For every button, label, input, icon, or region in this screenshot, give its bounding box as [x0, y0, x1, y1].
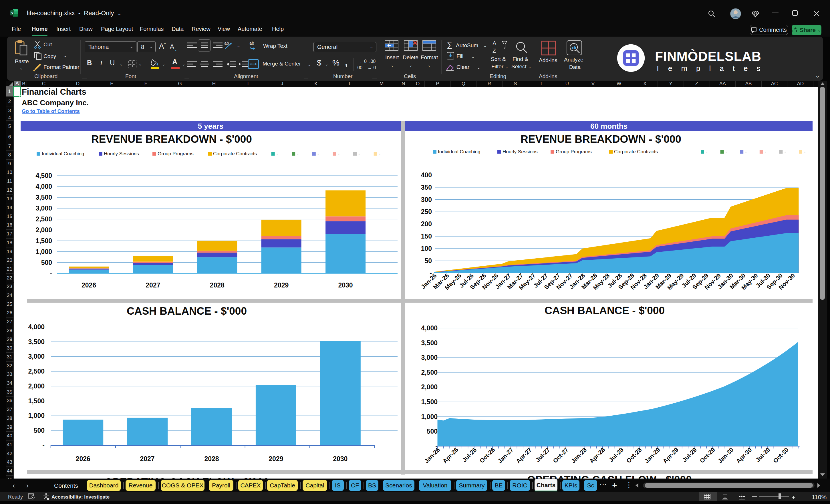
svg-text:x: x [11, 11, 13, 15]
svg-text:150: 150 [421, 232, 432, 240]
svg-text:Corporate Contracts: Corporate Contracts [213, 151, 257, 156]
svg-text:Oct-27: Oct-27 [552, 446, 569, 464]
svg-text:-: - [277, 151, 278, 156]
svg-text:Apr-26: Apr-26 [441, 446, 459, 464]
svg-text:Jul-29: Jul-29 [681, 446, 698, 463]
svg-text:2030: 2030 [338, 281, 353, 289]
svg-text:.00: .00 [356, 65, 362, 70]
svg-text:A: A [492, 40, 497, 46]
svg-text:Apr-28: Apr-28 [588, 446, 606, 465]
svg-text:100: 100 [421, 245, 432, 252]
svg-text:Hourly Sessions: Hourly Sessions [104, 151, 139, 156]
svg-text:Hourly Sessions: Hourly Sessions [503, 149, 538, 154]
svg-text:200: 200 [421, 220, 432, 228]
svg-text:4,000: 4,000 [35, 183, 52, 190]
svg-text:2026: 2026 [76, 455, 90, 463]
svg-text:3,000: 3,000 [421, 354, 438, 361]
svg-text:-: - [706, 149, 708, 154]
svg-text:3,000: 3,000 [35, 204, 52, 212]
svg-text:Jan-26: Jan-26 [423, 446, 441, 464]
svg-text:Individual Coaching: Individual Coaching [42, 151, 84, 156]
svg-text:2,000: 2,000 [421, 383, 438, 391]
svg-text:3,500: 3,500 [421, 339, 438, 347]
svg-text:-: - [379, 151, 381, 156]
svg-text:-: - [804, 149, 806, 154]
svg-text:REVENUE BREAKDOWN - $'000: REVENUE BREAKDOWN - $'000 [91, 133, 252, 145]
svg-text:400: 400 [421, 171, 432, 179]
svg-text:Jan-28: Jan-28 [570, 446, 588, 465]
svg-text:50: 50 [424, 257, 432, 264]
svg-text:1,500: 1,500 [35, 237, 52, 245]
svg-text:2,500: 2,500 [35, 215, 52, 223]
svg-text:Oct-30: Oct-30 [772, 446, 790, 464]
svg-text:→.0: →.0 [368, 65, 376, 70]
svg-text:-: - [745, 149, 747, 154]
svg-text:Group Programs: Group Programs [556, 149, 592, 154]
svg-text:2028: 2028 [210, 281, 225, 289]
svg-text:300: 300 [421, 196, 432, 203]
svg-text:250: 250 [421, 208, 432, 215]
svg-text:-: - [358, 151, 360, 156]
svg-text:Group Programs: Group Programs [158, 151, 194, 156]
svg-text:500: 500 [34, 427, 44, 434]
svg-text:Jul-30: Jul-30 [755, 446, 771, 463]
svg-text:-: - [297, 151, 298, 156]
svg-text:2027: 2027 [146, 281, 160, 289]
svg-text:3,500: 3,500 [28, 338, 44, 346]
svg-text:1,500: 1,500 [28, 397, 44, 405]
svg-text:ab: ab [249, 41, 254, 45]
svg-text:-: - [765, 149, 767, 154]
svg-text:500: 500 [41, 259, 52, 266]
svg-text:-: - [50, 270, 52, 277]
svg-text:-: - [784, 149, 786, 154]
svg-text:CASH BALANCE - $'000: CASH BALANCE - $'000 [127, 305, 247, 317]
svg-text:4,000: 4,000 [421, 324, 438, 332]
svg-text:Oct-26: Oct-26 [478, 446, 496, 464]
svg-text:2026: 2026 [82, 281, 96, 289]
svg-text:←0: ←0 [359, 59, 367, 64]
svg-text:Z: Z [492, 48, 496, 54]
svg-text:Jul-27: Jul-27 [534, 446, 551, 463]
svg-text:-: - [42, 442, 44, 449]
svg-text:Apr-29: Apr-29 [662, 446, 679, 464]
svg-text:2029: 2029 [268, 455, 283, 463]
svg-text:2030: 2030 [333, 455, 348, 463]
svg-text:1,000: 1,000 [421, 413, 438, 420]
svg-text:2028: 2028 [204, 455, 219, 463]
svg-text:ab: ab [224, 41, 229, 45]
svg-text:Apr-30: Apr-30 [735, 446, 753, 464]
svg-text:Oct-29: Oct-29 [698, 446, 716, 464]
svg-text:2027: 2027 [140, 455, 155, 463]
svg-text:4,500: 4,500 [35, 172, 52, 179]
svg-text:Jul-28: Jul-28 [608, 446, 625, 463]
svg-text:Individual Coaching: Individual Coaching [438, 149, 480, 154]
svg-text:Jan-27: Jan-27 [497, 446, 514, 464]
svg-text:CASH BALANCE - $'000: CASH BALANCE - $'000 [545, 305, 665, 316]
svg-text:Apr-27: Apr-27 [515, 446, 533, 464]
svg-text:Corporate Contracts: Corporate Contracts [614, 149, 658, 154]
svg-text:1,000: 1,000 [28, 412, 44, 419]
svg-text:3,500: 3,500 [35, 194, 52, 201]
svg-text:2,500: 2,500 [28, 368, 44, 375]
svg-text:OPERATING CASH FLOW - $'000: OPERATING CASH FLOW - $'000 [527, 474, 692, 478]
svg-text:2,000: 2,000 [28, 382, 44, 390]
svg-text:3,000: 3,000 [28, 353, 44, 360]
svg-text:Oct-28: Oct-28 [625, 446, 643, 464]
svg-text:-: - [726, 149, 727, 154]
svg-text:4,000: 4,000 [28, 323, 44, 330]
svg-text:1,500: 1,500 [421, 398, 438, 406]
svg-text:Jan-29: Jan-29 [643, 446, 661, 464]
svg-text:-: - [338, 151, 340, 156]
svg-text:OPERATING CASH FLOW - $'000: OPERATING CASH FLOW - $'000 [104, 476, 269, 478]
svg-text:-: - [317, 151, 319, 156]
svg-text:2029: 2029 [274, 281, 289, 289]
svg-text:350: 350 [421, 184, 432, 191]
svg-text:2,500: 2,500 [421, 369, 438, 376]
svg-text:.00: .00 [369, 59, 376, 64]
svg-text:500: 500 [427, 428, 438, 435]
svg-text:2,000: 2,000 [35, 226, 52, 234]
svg-text:REVENUE BREAKDOWN - $'000: REVENUE BREAKDOWN - $'000 [520, 133, 681, 145]
svg-text:Jul-26: Jul-26 [461, 446, 478, 463]
svg-text:1,000: 1,000 [35, 248, 52, 255]
svg-text:Jan-30: Jan-30 [716, 446, 734, 464]
